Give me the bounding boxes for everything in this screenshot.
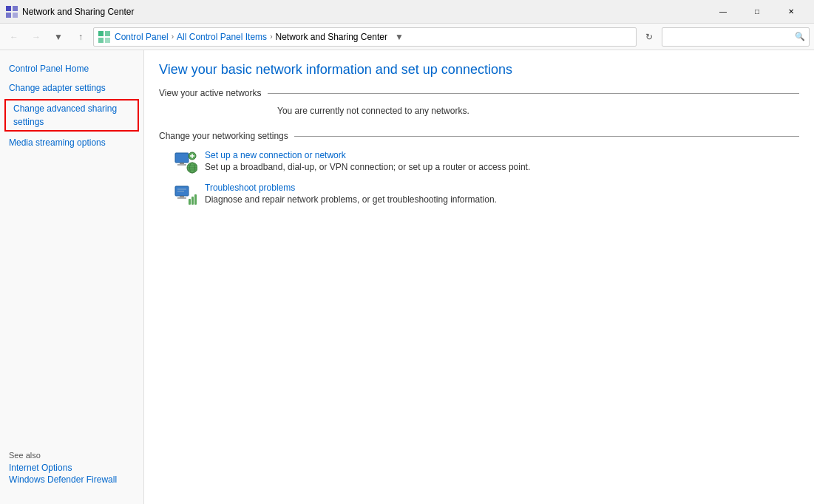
svg-rect-20	[180, 196, 184, 197]
svg-rect-0	[6, 6, 11, 11]
breadcrumb-sep-1: ›	[270, 33, 272, 41]
troubleshoot-desc: Diagnose and repair network problems, or…	[205, 194, 497, 205]
breadcrumb-item-0[interactable]: Control Panel	[115, 32, 169, 42]
svg-rect-6	[98, 38, 104, 43]
refresh-button[interactable]: ↻	[640, 27, 659, 47]
page-title: View your basic network information and …	[159, 62, 799, 78]
setup-icon-svg	[174, 150, 197, 174]
search-wrap: 🔍	[662, 27, 810, 47]
networking-settings-line	[294, 136, 799, 137]
app-icon	[6, 6, 18, 18]
networking-settings-header: Change your networking settings	[159, 131, 799, 141]
svg-rect-9	[180, 163, 184, 164]
sidebar-bottom-internet-options[interactable]: Internet Options	[9, 463, 135, 473]
sidebar-item-change-advanced-sharing[interactable]: Change advanced sharing settings	[4, 99, 139, 132]
breadcrumb-bar: Control Panel › All Control Panel Items …	[93, 27, 637, 47]
svg-rect-23	[191, 197, 194, 205]
svg-rect-1	[13, 6, 18, 11]
svg-rect-2	[6, 13, 11, 18]
recent-button[interactable]: ▼	[49, 27, 68, 47]
svg-rect-4	[98, 31, 104, 36]
up-button[interactable]: ↑	[71, 27, 90, 47]
setup-connection-icon	[174, 150, 197, 174]
sidebar-bottom-windows-defender[interactable]: Windows Defender Firewall	[9, 474, 135, 485]
setup-connection-link[interactable]: Set up a new connection or network	[205, 150, 530, 160]
svg-rect-22	[189, 199, 191, 205]
see-also-label: See also	[9, 451, 135, 460]
active-networks-label: View your active networks	[159, 88, 268, 98]
sidebar-nav: Control Panel Home Change adapter settin…	[0, 59, 143, 152]
troubleshoot-link[interactable]: Troubleshoot problems	[205, 183, 497, 193]
setup-connection-action: Set up a new connection or network Set u…	[174, 150, 799, 174]
troubleshoot-icon-svg	[174, 183, 197, 206]
sidebar-item-change-adapter[interactable]: Change adapter settings	[0, 78, 143, 98]
forward-button[interactable]: →	[27, 27, 46, 47]
svg-rect-7	[105, 38, 110, 43]
close-button[interactable]: ✕	[774, 0, 808, 24]
breadcrumb-icon	[98, 31, 110, 43]
active-networks-header: View your active networks	[159, 88, 799, 98]
breadcrumb-item-2: Network and Sharing Center	[275, 32, 387, 42]
svg-rect-5	[105, 31, 110, 36]
search-input[interactable]	[662, 27, 810, 47]
troubleshoot-action: Troubleshoot problems Diagnose and repai…	[174, 183, 799, 206]
back-button[interactable]: ←	[4, 27, 24, 47]
address-bar: ← → ▼ ↑ Control Panel › All Control Pane…	[0, 24, 814, 50]
sidebar: Control Panel Home Change adapter settin…	[0, 50, 144, 504]
breadcrumb-sep-0: ›	[172, 33, 174, 41]
window-title: Network and Sharing Center	[22, 7, 134, 17]
sidebar-item-control-panel-home[interactable]: Control Panel Home	[0, 59, 143, 78]
troubleshoot-text: Troubleshoot problems Diagnose and repai…	[205, 183, 497, 205]
networking-settings-label: Change your networking settings	[159, 131, 294, 141]
search-icon: 🔍	[795, 32, 805, 41]
no-network-text: You are currently not connected to any n…	[159, 103, 799, 123]
setup-connection-text: Set up a new connection or network Set u…	[205, 150, 530, 172]
breadcrumb-dropdown-button[interactable]: ▼	[392, 30, 407, 44]
content-area: View your basic network information and …	[144, 50, 814, 504]
svg-rect-24	[194, 194, 197, 205]
title-bar-controls: — □ ✕	[706, 0, 808, 24]
maximize-button[interactable]: □	[740, 0, 774, 24]
breadcrumb-item-1[interactable]: All Control Panel Items	[177, 32, 267, 42]
title-bar-left: Network and Sharing Center	[6, 6, 134, 18]
troubleshoot-icon	[174, 183, 197, 206]
active-networks-line	[268, 93, 799, 94]
minimize-button[interactable]: —	[706, 0, 740, 24]
svg-rect-21	[177, 197, 186, 199]
title-bar: Network and Sharing Center — □ ✕	[0, 0, 814, 24]
sidebar-item-media-streaming[interactable]: Media streaming options	[0, 133, 143, 152]
svg-rect-10	[177, 164, 186, 166]
svg-rect-3	[13, 13, 18, 18]
svg-rect-8	[175, 153, 189, 163]
sidebar-bottom: See also Internet Options Windows Defend…	[0, 451, 143, 495]
main-layout: Control Panel Home Change adapter settin…	[0, 50, 814, 504]
setup-connection-desc: Set up a broadband, dial-up, or VPN conn…	[205, 162, 530, 172]
